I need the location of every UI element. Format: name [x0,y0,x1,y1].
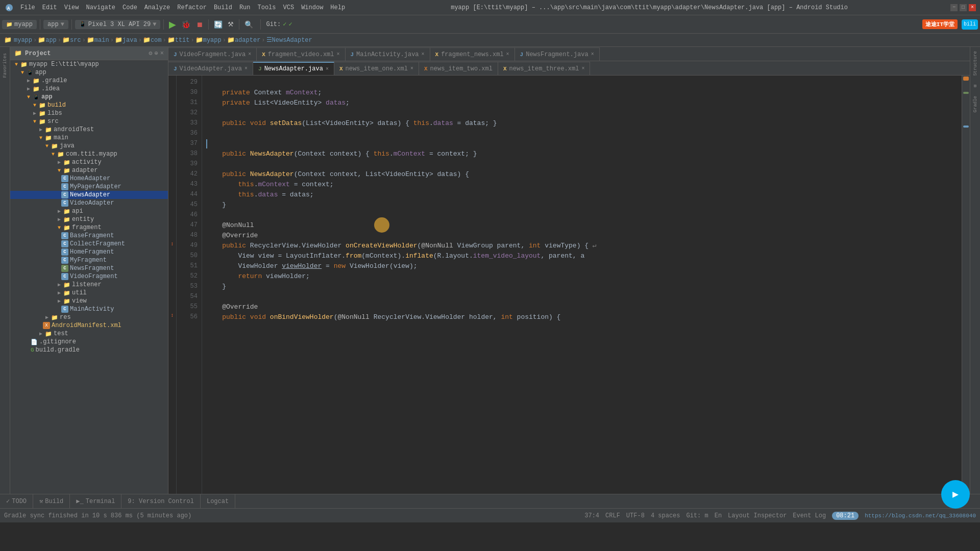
layout-inspector[interactable]: Layout Inspector [728,512,787,519]
tab-close-icon[interactable]: × [244,66,248,71]
tree-item-listener-folder[interactable]: ▶ 📁 listener [10,281,168,289]
tree-item-gitignore[interactable]: 📄 .gitignore [10,338,168,346]
git-status[interactable]: Git: m [686,512,708,519]
tree-item-androidmanifest[interactable]: X AndroidManifest.xml [10,321,168,330]
tab-newsadapter-java[interactable]: J NewsAdapter.java × [253,62,334,75]
bottom-tab-terminal[interactable]: ▶_ Terminal [70,494,121,509]
breadcrumb-myapp2[interactable]: myapp [203,37,222,44]
menu-run[interactable]: Run [236,3,254,12]
menu-view[interactable]: View [61,3,82,12]
menu-window[interactable]: Window [298,3,326,12]
breadcrumb-app[interactable]: app [45,37,57,44]
code-content[interactable]: private Context mContext; private List<V… [202,76,962,494]
breadcrumb-src[interactable]: src [70,37,81,44]
menu-build[interactable]: Build [211,3,235,12]
tree-item-newsfragment[interactable]: C NewsFragment [10,264,168,272]
tree-item-api-folder[interactable]: ▶ 📁 api [10,207,168,215]
menu-help[interactable]: Help [327,3,348,12]
project-gear-icon[interactable]: ⚙ [149,49,152,57]
tree-item-adapter-folder[interactable]: ▼ 📁 adapter [10,166,168,174]
debug-button[interactable]: 🐞 [179,20,193,29]
bottom-tab-logcat[interactable]: Logcat [201,494,235,509]
tree-item-mypageradapter[interactable]: C MyPagerAdapter [10,183,168,191]
project-close-icon[interactable]: × [160,50,164,57]
event-log[interactable]: Event Log [793,512,826,519]
tree-item-entity-folder[interactable]: ▶ 📁 entity [10,215,168,223]
breadcrumb-java[interactable]: java [122,37,137,44]
menu-refactor[interactable]: Refactor [174,3,210,12]
tab-close-icon[interactable]: × [591,52,594,57]
menu-navigate[interactable]: Navigate [83,3,118,12]
maximize-button[interactable]: □ [960,4,967,11]
run-button[interactable]: ▶ [167,19,178,30]
tab-videofragment-java[interactable]: J VideoFragment.java × [168,47,257,61]
tree-item-idea-folder[interactable]: ▶ 📁 .idea [10,85,168,93]
tree-item-myapp[interactable]: ▼ 📁 myapp E:\ttit\myapp [10,60,168,68]
tree-item-src[interactable]: ▼ 📁 src [10,117,168,126]
components-icon[interactable]: ⊞ [974,81,976,91]
menu-tools[interactable]: Tools [255,3,279,12]
bottom-tab-version-control[interactable]: 9: Version Control [121,494,201,509]
project-expand-icon[interactable]: ⊕ [155,49,158,57]
tree-item-gradle-folder[interactable]: ▶ 📁 .gradle [10,77,168,85]
code-editor[interactable]: ↕ ↕ 29 30 31 32 33 36 37 38 39 42 [168,76,970,494]
line-ending[interactable]: CRLF [605,512,620,519]
menu-vcs[interactable]: VCS [280,3,298,12]
tree-item-myfragment[interactable]: C MyFragment [10,256,168,264]
tab-close-icon[interactable]: × [336,52,339,57]
tree-item-app2[interactable]: ▼ 📱 app [10,93,168,101]
breadcrumb-main[interactable]: main [94,37,109,44]
tab-news-item-two-xml[interactable]: X news_item_two.xml [419,62,498,75]
app-module-selector[interactable]: app ▼ [43,20,68,29]
minimize-button[interactable]: − [950,4,958,11]
cursor-position[interactable]: 37:4 [584,512,599,519]
sync-button[interactable]: 🔄 [212,20,225,29]
menu-edit[interactable]: Edit [39,3,60,12]
bottom-tab-todo[interactable]: ✓ TODO [0,494,33,509]
tree-item-collectfragment[interactable]: C CollectFragment [10,240,168,248]
tree-item-videoadapter[interactable]: C VideoAdapter [10,199,168,207]
build-button[interactable]: ⚒ [226,20,236,28]
tree-item-videofragment[interactable]: C VideoFragment [10,272,168,281]
menu-analyze[interactable]: Analyze [141,3,173,12]
language-label[interactable]: En [715,512,722,519]
project-selector[interactable]: 📁 myapp [2,20,37,29]
tab-close-icon[interactable]: × [410,66,413,71]
tree-item-com-ttit[interactable]: ▼ 📁 com.ttit.myapp [10,150,168,158]
tab-newsfragment-java[interactable]: J NewsFragment.java × [515,47,600,61]
tree-item-homeadapter[interactable]: C HomeAdapter [10,174,168,183]
tab-close-icon[interactable]: × [326,66,329,72]
tab-fragment-video-xml[interactable]: X fragment_video.xml × [257,47,345,61]
tree-item-newsadapter[interactable]: C NewsAdapter [10,191,168,199]
close-button[interactable]: × [969,4,976,11]
blog-url[interactable]: https://blog.csdn.net/qq_33608040 [865,513,976,519]
tree-item-test-folder[interactable]: ▶ 📁 test [10,330,168,338]
tree-item-mainactivity[interactable]: C MainActivity [10,305,168,313]
breadcrumb-com[interactable]: com [151,37,162,44]
tab-fragment-news-xml[interactable]: X fragment_news.xml × [430,47,515,61]
tree-item-main[interactable]: ▼ 📁 main [10,134,168,142]
breadcrumb-adapter[interactable]: adapter [235,37,260,44]
bottom-tab-build[interactable]: ⚒ Build [33,494,70,509]
tree-item-buildgradle[interactable]: G build.gradle [10,346,168,354]
tab-close-icon[interactable]: × [248,52,251,57]
tree-item-homefragment[interactable]: C HomeFragment [10,248,168,256]
tree-item-build[interactable]: ▼ 📁 build [10,101,168,109]
tab-close-icon[interactable]: × [422,52,425,57]
tree-item-view-folder[interactable]: ▶ 📁 view [10,297,168,305]
tree-item-fragment-folder[interactable]: ▼ 📁 fragment [10,223,168,232]
breadcrumb-newsadapter[interactable]: NewsAdapter [272,37,312,44]
stop-button[interactable]: ⏹ [194,20,205,29]
menu-file[interactable]: File [17,3,38,12]
menu-code[interactable]: Code [119,3,140,12]
tree-item-androidtest[interactable]: ▶ 📁 androidTest [10,126,168,134]
bilibili-video-button[interactable]: ▶ [941,480,970,509]
tree-item-java-folder[interactable]: ▼ 📁 java [10,142,168,150]
search-everywhere-button[interactable]: 🔍 [242,20,255,29]
tree-item-util-folder[interactable]: ▶ 📁 util [10,289,168,297]
breadcrumb-myapp[interactable]: myapp [14,37,32,44]
tab-news-item-one-xml[interactable]: X news_item_one.xml × [334,62,419,75]
device-selector[interactable]: 📱 Pixel 3 XL API 29 ▼ [75,20,161,29]
tree-item-res-folder[interactable]: ▶ 📁 res [10,313,168,321]
indent-label[interactable]: 4 spaces [651,512,680,519]
